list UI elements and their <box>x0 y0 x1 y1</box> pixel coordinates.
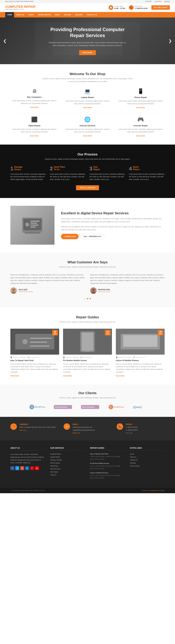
service-link-antivirus[interactable]: Antivirus <box>50 474 56 476</box>
support-link[interactable]: SUPPORT <box>145 1 152 2</box>
device-repair-buttons: +1 888-00-12345 8Am – 10PM MON to Fri <box>61 234 164 239</box>
nav-feature[interactable]: FEATURE <box>62 12 73 18</box>
device-hours-button[interactable]: 8Am – 10PM MON to Fri <box>80 234 104 239</box>
services-grid-bottom: ⬛ Tablet Repair Lorem ipsum dolor sit am… <box>10 116 164 137</box>
extra-link-sitemap[interactable]: Sitemap <box>130 462 136 464</box>
service-link-gaming[interactable]: Gaming Console <box>50 459 62 461</box>
testimonial-dots <box>10 298 164 300</box>
main-nav: HOME ABOUT US PAGES REPAIR SERVICE NEWS … <box>0 12 175 18</box>
service-laptop-readmore[interactable]: READ MORE <box>83 107 92 108</box>
designer-link[interactable]: Designed by Ry Theme <box>150 490 164 491</box>
svg-rect-7 <box>30 222 37 224</box>
twitter-button[interactable]: t <box>15 466 19 470</box>
welcome-title: Welcome To Our Shop <box>10 72 164 76</box>
service-mac-title: Mac Computers <box>10 96 58 98</box>
footer-about-text: Lorem ipsum dolor sit amet, consectetur … <box>10 453 45 464</box>
guide-card-1: 20 MAY 👤 Posted by: Computer 💬 Comments … <box>10 329 59 377</box>
list-item: Laptop Repair <box>50 456 85 458</box>
dot-2[interactable] <box>87 298 88 299</box>
process-num-4: 4 <box>129 166 132 172</box>
dot-1[interactable] <box>84 298 85 299</box>
footer-guide-text-3: Proin ac mauris efficitur, blandit lorem… <box>90 474 125 480</box>
dot-3[interactable] <box>90 298 91 299</box>
service-link-networking[interactable]: Networking <box>50 465 58 467</box>
hero-title: Providing Professional Computer Repair S… <box>47 26 128 39</box>
list-item: Privacy Policy <box>130 465 164 467</box>
process-label-2: Send ThemTo Us <box>54 166 65 171</box>
service-internet-readmore[interactable]: READ MORE <box>83 135 92 137</box>
extra-link-home[interactable]: Home <box>130 453 134 455</box>
guide-month-2: MAY <box>106 333 109 335</box>
client-woocommerce-1: WooCommerce <box>54 404 73 410</box>
device-phone-button[interactable]: +1 888-00-12345 <box>61 234 78 239</box>
extra-link-privacy[interactable]: Privacy Policy <box>130 465 140 467</box>
svg-text:jQuery: jQuery <box>133 406 142 409</box>
nav-gallery[interactable]: GALLERY <box>73 12 85 18</box>
footer-social: f t G in P ▶ <box>10 466 45 470</box>
footer-phone-icon: 📞 <box>116 423 123 430</box>
view-all-services-button[interactable]: VIEW ALL SERVICES <box>76 185 99 190</box>
footer-email-link[interactable]: EMAIL US <box>73 432 95 434</box>
guide-readmore-2[interactable]: READ MORE <box>63 375 72 377</box>
clients-subtitle: Vivamus cursus, sapien sit amet sceleris… <box>42 396 133 399</box>
nav-home[interactable]: HOME <box>5 12 14 18</box>
header: COMPUTER REPAIR Digital Repair WordPress… <box>0 3 175 12</box>
footer-address-link[interactable]: VISIT US <box>20 430 56 431</box>
guide-category-1: 👤 Posted by: Computer <box>10 356 26 358</box>
hero-prev-arrow[interactable]: ❮ <box>2 37 8 44</box>
svg-rect-9 <box>30 226 36 228</box>
service-link-iphone[interactable]: iPhone Repair <box>50 462 60 464</box>
process-desc-1: Lorem ipsum dolor sit amet, consectetur … <box>10 173 46 181</box>
hero-readmore-button[interactable]: READ MORE <box>79 50 96 55</box>
svg-point-5 <box>25 222 29 226</box>
career-link[interactable]: CAREER <box>164 1 170 2</box>
hero-next-arrow[interactable]: ❯ <box>167 37 173 44</box>
mac-icon: 🖥 <box>10 88 58 94</box>
service-mac-readmore[interactable]: READ MORE <box>30 106 39 108</box>
guide-readmore-3[interactable]: READ MORE <box>116 375 124 377</box>
header-info: 🕐 STORE TIME 8 AM – 10 PM 📞 NEED HELP +1… <box>108 5 170 10</box>
nav-repair[interactable]: REPAIR SERVICE <box>36 12 53 18</box>
service-link-desktop[interactable]: Desktop Repair <box>50 453 61 455</box>
service-phone-readmore[interactable]: READ MORE <box>136 107 145 108</box>
location-link[interactable]: LOCATION <box>154 1 162 2</box>
phone-icon: 📞 <box>129 5 134 10</box>
extra-link-contact[interactable]: Contact Us <box>130 459 138 461</box>
nav-pages[interactable]: PAGES <box>26 12 36 18</box>
extra-link-about[interactable]: About Us <box>130 456 136 458</box>
guide-readmore-1[interactable]: READ MORE <box>10 375 19 377</box>
footer-phone-link[interactable]: CALL US <box>126 432 138 434</box>
service-internet-desc: Lorem ipsum dolor sit amet, consectetur … <box>64 128 112 133</box>
store-time-label: STORE TIME <box>114 6 123 7</box>
service-link-mac[interactable]: Mac Repair <box>50 471 58 473</box>
service-link-laptop[interactable]: Laptop Repair <box>50 456 60 458</box>
service-console-desc: Lorem ipsum dolor sit amet, consectetur … <box>116 128 164 133</box>
get-quote-button[interactable]: GET FREE QUOTE <box>152 5 170 10</box>
testimonial-1-avatar <box>10 287 17 294</box>
guide-date-2: 20 MAY <box>105 330 110 336</box>
svg-text:W: W <box>31 406 33 408</box>
nav-news[interactable]: NEWS <box>53 12 62 18</box>
address-icon: 📍 <box>10 423 17 430</box>
nav-about[interactable]: ABOUT US <box>14 12 26 18</box>
device-repair-desc1: Lorem ipsum dolor sit amet, consectetur … <box>61 217 164 223</box>
guide-title-3: Future Of Mobile Phones <box>116 359 164 362</box>
footer-email-text: info@computerrepshop.comsupport@computer… <box>73 426 95 432</box>
pinterest-button[interactable]: P <box>30 466 34 470</box>
logo: COMPUTER REPAIR Digital Repair WordPress… <box>5 5 36 10</box>
copyright-text: © Copyright Computer Repair 2017. All ri… <box>10 490 45 491</box>
service-console: 🎮 Console Repair Lorem ipsum dolor sit a… <box>116 116 164 137</box>
guide-desc-1: Proin ac mauris efficitur, blandit lorem… <box>10 363 59 374</box>
facebook-button[interactable]: f <box>10 466 14 470</box>
service-phone-title: Phone Repair <box>116 96 164 98</box>
googleplus-button[interactable]: G <box>20 466 24 470</box>
hero-section: ❮ Providing Professional Computer Repair… <box>0 18 175 64</box>
guide-image-1: 20 MAY <box>10 329 59 354</box>
footer-extra-title: EXTRA LINKS <box>130 447 164 450</box>
youtube-button[interactable]: ▶ <box>35 466 39 470</box>
nav-contact[interactable]: CONTACT US <box>85 12 99 18</box>
service-console-readmore[interactable]: READ MORE <box>136 135 145 137</box>
service-tablet-readmore[interactable]: READ MORE <box>30 135 39 137</box>
linkedin-button[interactable]: in <box>25 466 29 470</box>
service-link-data[interactable]: Data Recovery <box>50 468 60 470</box>
